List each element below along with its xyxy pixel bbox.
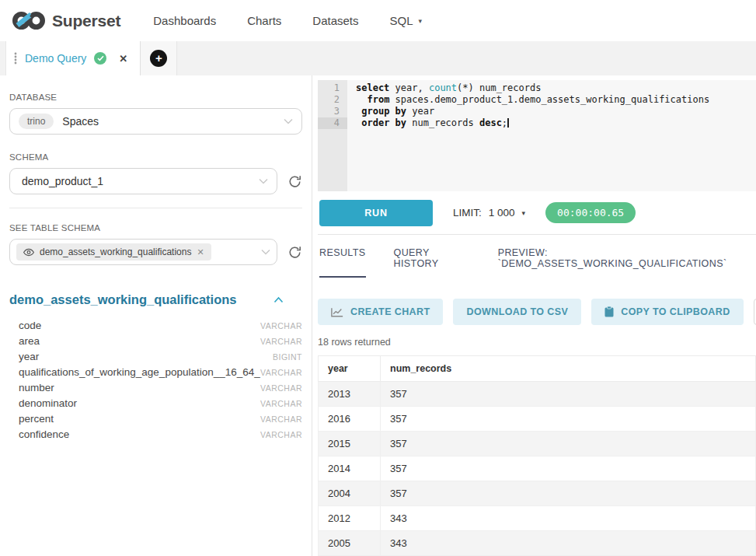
editor-code[interactable]: select year, count(*) num_records from s… <box>347 80 756 191</box>
cell-year: 2012 <box>319 506 381 531</box>
superset-brand[interactable]: Superset <box>12 10 120 31</box>
chevron-down-icon <box>259 178 268 184</box>
download-csv-button[interactable]: DOWNLOAD TO CSV <box>453 299 581 325</box>
selected-table-pill: demo_assets_working_qualifications ✕ <box>16 243 211 261</box>
see-table-schema-label: SEE TABLE SCHEMA <box>9 223 302 233</box>
column-name: number <box>19 382 54 393</box>
copy-clipboard-label: COPY TO CLIPBOARD <box>621 306 730 317</box>
rows-returned-status: 18 rows returned <box>318 337 756 348</box>
tab-preview-table[interactable]: PREVIEW: `DEMO_ASSETS_WORKING_QUALIFICAT… <box>498 247 754 278</box>
cell-num-records: 357 <box>381 456 756 481</box>
nav-item-dashboards[interactable]: Dashboards <box>153 14 216 27</box>
column-name: year <box>19 351 39 362</box>
tab-query-history[interactable]: QUERY HISTORY <box>394 247 470 278</box>
tab-results[interactable]: RESULTS <box>319 247 366 278</box>
table-row: 2016357 <box>319 407 756 432</box>
tab-close-icon[interactable]: ✕ <box>119 53 127 65</box>
refresh-tables-icon[interactable] <box>287 245 302 260</box>
sql-lab-sidebar: DATABASE trino Spaces SCHEMA demo_produc… <box>0 75 312 556</box>
column-name: denominator <box>19 397 77 409</box>
column-row: codeVARCHAR <box>19 317 302 333</box>
cell-num-records: 357 <box>381 407 756 432</box>
column-type: VARCHAR <box>260 368 302 377</box>
code-line[interactable]: order by num_records desc; <box>356 117 756 129</box>
tab-demo-query[interactable]: Demo Query ✕ <box>5 41 141 75</box>
header-num-records[interactable]: num_records <box>381 356 756 382</box>
copy-clipboard-button[interactable]: COPY TO CLIPBOARD <box>591 299 743 325</box>
refresh-schemas-icon[interactable] <box>287 174 302 189</box>
gutter-line-number: 4 <box>318 117 347 129</box>
code-line[interactable]: from spaces.demo_product_1.demo_assets_w… <box>356 94 756 106</box>
results-table: year num_records 20133572016357201535720… <box>318 355 756 556</box>
code-line[interactable]: select year, count(*) num_records <box>356 82 756 94</box>
limit-label: LIMIT: <box>453 207 482 219</box>
column-type: VARCHAR <box>260 399 302 408</box>
caret-down-icon: ▾ <box>522 209 526 217</box>
editor-gutter: 1234 <box>318 80 347 191</box>
limit-value: 1 000 <box>489 207 515 219</box>
eye-icon <box>23 248 34 257</box>
sql-editor[interactable]: 1234 select year, count(*) num_records f… <box>318 80 756 191</box>
gutter-line-number: 3 <box>318 106 347 117</box>
table-row: 2013357 <box>319 382 756 407</box>
column-row: percentVARCHAR <box>19 411 302 426</box>
superset-logo-icon <box>12 10 45 31</box>
sql-lab-main: 1234 select year, count(*) num_records f… <box>312 75 756 556</box>
cell-num-records: 357 <box>381 382 756 407</box>
editor-toolbar: RUN LIMIT: 1 000 ▾ 00:00:00.65 <box>318 191 756 235</box>
table-row: 2005343 <box>319 531 756 556</box>
cell-year: 2013 <box>319 382 381 407</box>
nav-item-sql[interactable]: SQL▾ <box>390 14 423 27</box>
drag-handle-icon[interactable] <box>14 52 17 65</box>
line-chart-icon <box>331 307 343 317</box>
new-tab-tile: + <box>141 41 177 75</box>
code-line[interactable]: group by year <box>356 106 756 117</box>
query-tab-strip: Demo Query ✕ + <box>0 41 756 75</box>
gutter-line-number: 2 <box>318 94 347 106</box>
table-row: 2012343 <box>319 506 756 531</box>
filter-results-input[interactable] <box>754 299 756 325</box>
selected-table-name: demo_assets_working_qualifications <box>40 247 191 257</box>
column-type: VARCHAR <box>260 321 302 330</box>
results-tab-bar: RESULTS QUERY HISTORY PREVIEW: `DEMO_ASS… <box>318 235 756 278</box>
create-chart-label: CREATE CHART <box>350 306 430 317</box>
clipboard-icon <box>604 306 614 317</box>
table-schema-heading: demo_assets_working_qualifications <box>9 292 237 307</box>
gutter-line-number: 1 <box>318 82 347 94</box>
create-chart-button[interactable]: CREATE CHART <box>318 299 443 325</box>
text-cursor <box>507 118 509 128</box>
sidebar-divider <box>9 208 302 208</box>
cell-num-records: 343 <box>381 531 756 556</box>
column-row: yearBIGINT <box>19 348 302 364</box>
cell-num-records: 357 <box>381 432 756 456</box>
remove-table-icon[interactable]: ✕ <box>197 247 204 257</box>
cell-num-records: 343 <box>381 506 756 531</box>
add-tab-button[interactable]: + <box>150 50 167 67</box>
collapse-table-icon[interactable] <box>273 296 284 303</box>
results-table-header-row: year num_records <box>319 356 756 382</box>
column-row: qualifications_of_working_age_population… <box>19 364 302 379</box>
database-select-value: Spaces <box>62 115 99 128</box>
query-timer-badge: 00:00:00.65 <box>545 202 636 223</box>
header-year[interactable]: year <box>319 356 381 382</box>
column-type: BIGINT <box>273 352 302 362</box>
column-type: VARCHAR <box>260 337 302 346</box>
nav-item-datasets[interactable]: Datasets <box>312 14 358 27</box>
table-row: 2015357 <box>319 432 756 456</box>
cell-year: 2016 <box>319 407 381 432</box>
tab-label[interactable]: Demo Query <box>25 52 86 65</box>
query-success-icon <box>94 52 106 65</box>
column-name: qualifications_of_working_age_population… <box>19 366 260 378</box>
run-button[interactable]: RUN <box>319 200 433 226</box>
table-row: 2014357 <box>319 456 756 481</box>
cell-year: 2014 <box>319 456 381 481</box>
column-row: confidenceVARCHAR <box>19 426 302 442</box>
database-select[interactable]: trino Spaces <box>9 108 302 135</box>
column-list: codeVARCHARareaVARCHARyearBIGINTqualific… <box>9 317 302 442</box>
schema-select[interactable]: demo_product_1 <box>9 168 277 194</box>
nav-item-charts[interactable]: Charts <box>247 14 281 27</box>
limit-dropdown[interactable]: LIMIT: 1 000 ▾ <box>453 207 525 219</box>
database-label: DATABASE <box>9 93 302 102</box>
cell-year: 2005 <box>319 531 381 556</box>
table-select[interactable]: demo_assets_working_qualifications ✕ <box>9 239 277 265</box>
